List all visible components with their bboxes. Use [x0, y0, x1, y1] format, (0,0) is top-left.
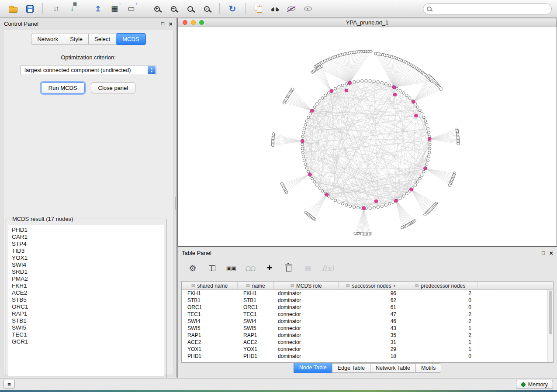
mcds-result-item[interactable]: TEC1 — [12, 331, 160, 338]
table-row[interactable]: STB1STB1dominator620 — [182, 297, 547, 304]
tab-style[interactable]: Style — [64, 34, 88, 45]
memory-status-icon — [521, 382, 526, 387]
optimization-criterion-dropdown[interactable]: largest connected component (undirected)… — [20, 65, 156, 75]
zoom-in-icon: + — [154, 6, 160, 12]
mcds-result-item[interactable]: TID3 — [12, 248, 160, 254]
scrollbar-thumb[interactable] — [549, 291, 552, 334]
table-row[interactable]: TEC1TEC1connector472 — [182, 311, 547, 318]
network-canvas[interactable] — [178, 27, 557, 246]
mcds-result-item[interactable]: ORC1 — [12, 303, 160, 310]
table-row[interactable]: ORC1ORC1dominator610 — [182, 304, 547, 311]
refresh-button[interactable]: ↻ — [225, 2, 240, 16]
control-panel: Control Panel □ × Network Style Select M… — [0, 18, 177, 378]
mcds-result-item[interactable]: SWI5 — [12, 324, 160, 331]
import-table-button[interactable]: ↓▦ — [64, 2, 80, 16]
mcds-result-item[interactable]: GCR1 — [12, 338, 160, 345]
control-panel-title: Control Panel — [4, 21, 38, 27]
zoom-out-button[interactable]: − — [166, 2, 181, 16]
maximize-window-icon[interactable] — [199, 20, 204, 25]
table-cell-empty — [477, 353, 547, 360]
table-row[interactable]: SWI5SWI5connector431 — [182, 325, 547, 332]
table-row[interactable]: YOX1YOX1connector291 — [182, 346, 547, 353]
tab-network[interactable]: Network — [31, 34, 64, 45]
tab-network-table[interactable]: Network Table — [370, 363, 415, 373]
export-network-button[interactable]: ↥ — [90, 2, 106, 16]
table-row[interactable]: RAP1RAP1dominator352 — [182, 332, 547, 339]
table-cell: RAP1 — [238, 332, 274, 339]
open-file-button[interactable] — [5, 2, 21, 16]
tab-mcds[interactable]: MCDS — [116, 33, 145, 45]
table-cell: 1 — [403, 325, 477, 332]
column-header-shared-name[interactable]: ▤ shared name — [182, 282, 238, 290]
table-row[interactable]: FKH1FKH1dominator962 — [182, 290, 547, 297]
mcds-result-item[interactable]: YOX1 — [12, 254, 160, 261]
tab-motifs[interactable]: Motifs — [415, 363, 441, 373]
zoom-in-button[interactable]: + — [149, 2, 165, 16]
mcds-result-item[interactable]: PMA2 — [12, 275, 160, 282]
column-label: MCDS role — [296, 283, 322, 289]
toolbar-separator — [245, 3, 246, 14]
table-row[interactable]: ACE2ACE2connector311 — [182, 339, 547, 346]
mcds-result-item[interactable]: RAP1 — [12, 310, 160, 317]
deselect-all-rows-button[interactable]: ▢▢ — [245, 262, 256, 274]
search-input[interactable] — [423, 3, 552, 14]
mcds-result-item[interactable]: SRD1 — [12, 268, 160, 275]
show-columns-button[interactable] — [207, 262, 217, 274]
tab-select[interactable]: Select — [88, 34, 116, 45]
table-cell: ACE2 — [238, 339, 274, 346]
save-button[interactable] — [22, 2, 38, 16]
table-row[interactable]: SWI4SWI4dominator462 — [182, 318, 547, 325]
mcds-result-item[interactable]: ACE2 — [12, 289, 160, 296]
export-image-button[interactable]: ▭↑ — [123, 2, 139, 16]
zoom-out-icon: − — [171, 6, 176, 12]
mcds-result-item[interactable]: STB1 — [12, 317, 160, 324]
mcds-result-item[interactable]: SWI4 — [12, 261, 160, 268]
table-cell: PHD1 — [238, 353, 274, 360]
memory-button[interactable]: Memory — [516, 380, 553, 389]
mcds-result-item[interactable]: STB5 — [12, 296, 160, 303]
table-cell: 96 — [339, 290, 403, 297]
close-panel-icon[interactable]: × — [549, 250, 553, 256]
toolbar-separator — [219, 3, 220, 14]
table-cell: 0 — [403, 353, 477, 360]
column-header-mcds-role[interactable]: ▤ MCDS role — [274, 282, 339, 290]
export-network-icon: ↥ — [95, 5, 101, 13]
find-button[interactable] — [267, 2, 283, 16]
add-column-button[interactable]: + — [264, 262, 275, 274]
column-header-predecessor-nodes[interactable]: ▤ predecessor nodes — [403, 282, 477, 290]
select-all-rows-button[interactable]: ▣▣ — [226, 262, 236, 274]
mcds-result-item[interactable]: PHD1 — [12, 227, 160, 234]
hide-selected-button[interactable] — [284, 2, 299, 16]
column-label: name — [252, 283, 265, 289]
tab-node-table[interactable]: Node Table — [294, 363, 332, 373]
zoom-selected-button[interactable]: ✓ — [199, 2, 214, 16]
table-cell-empty — [477, 346, 547, 353]
export-table-button[interactable]: ▦↑ — [107, 2, 122, 16]
mcds-result-item[interactable]: CAR1 — [12, 234, 160, 241]
column-header-name[interactable]: ▤ name — [238, 282, 274, 290]
mcds-result-list: PHD1CAR1STP4TID3YOX1SWI4SRD1PMA2FKH1ACE2… — [8, 225, 164, 376]
table-scrollbar[interactable] — [547, 290, 553, 362]
network-from-selection-button[interactable] — [250, 2, 266, 16]
mcds-result-item[interactable]: FKH1 — [12, 282, 160, 289]
show-hidden-button[interactable] — [300, 2, 316, 16]
close-panel-icon[interactable]: × — [169, 21, 173, 27]
table-settings-button[interactable]: ⚙ — [187, 262, 198, 274]
mcds-result-item[interactable]: STP4 — [12, 241, 160, 248]
status-menu-button[interactable]: ≡ — [3, 380, 15, 389]
table-cell: 2 — [403, 290, 477, 297]
import-network-button[interactable]: ↓↑ — [48, 2, 63, 16]
float-panel-icon[interactable]: □ — [161, 21, 164, 26]
zoom-fit-button[interactable]: ▫ — [182, 2, 198, 16]
run-mcds-button[interactable]: Run MCDS — [41, 83, 85, 93]
close-panel-button[interactable]: Close panel — [91, 83, 136, 93]
column-header-successor-nodes[interactable]: ▤ successor nodes ▾ — [339, 282, 403, 290]
minimize-window-icon[interactable] — [191, 20, 196, 25]
delete-column-button[interactable] — [284, 262, 294, 274]
float-panel-icon[interactable]: □ — [542, 250, 545, 255]
tab-edge-table[interactable]: Edge Table — [332, 363, 370, 373]
close-window-icon[interactable] — [183, 20, 187, 25]
table-cell: 2 — [403, 332, 477, 339]
table-row[interactable]: PHD1PHD1dominator180 — [182, 353, 547, 360]
table-header-row: ▤ shared name ▤ name ▤ MCDS role ▤ succe… — [182, 282, 553, 290]
